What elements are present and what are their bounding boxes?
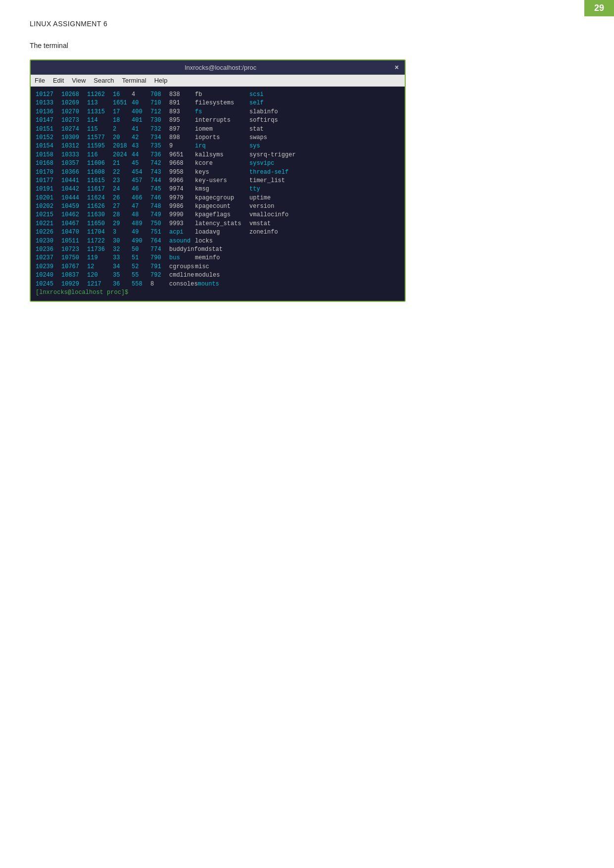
terminal-titlebar: lnxrocks@localhost:/proc × — [31, 60, 405, 75]
terminal-prompt: [lnxrocks@localhost proc]$ — [36, 289, 400, 297]
terminal-body: 101271026811262164708838fbscsi1013310269… — [31, 87, 405, 301]
menu-edit[interactable]: Edit — [53, 77, 64, 84]
terminal-close-button[interactable]: × — [395, 63, 399, 71]
table-row: 102011044411624264667469979kpagecgroupup… — [36, 194, 400, 202]
terminal-title: lnxrocks@localhost:/proc — [47, 64, 395, 71]
table-row: 102211046711650294897509993latency_stats… — [36, 220, 400, 228]
table-row: 1023910767123452791cgroupsmisc — [36, 263, 400, 271]
table-row: 10168103571160621457429668kcoresysvipc — [36, 159, 400, 168]
table-row: 101471027311418401730895interruptssoftir… — [36, 116, 400, 125]
table-row: 1015210309115772042734898ioportsswaps — [36, 134, 400, 142]
menu-search[interactable]: Search — [94, 77, 114, 84]
table-row: 1023610723117363250774buddyinfomdstat — [36, 245, 400, 254]
table-row: 10136102701131517400712893fsslabinfo — [36, 108, 400, 116]
table-row: 10237107501193351790busmeminfo — [36, 254, 400, 262]
menu-help[interactable]: Help — [154, 77, 168, 84]
table-row: 1015410312115952018437359irqsys — [36, 142, 400, 150]
table-row: 10240108371203555792cmdlinemodules — [36, 271, 400, 280]
menu-view[interactable]: View — [72, 77, 86, 84]
table-row: 101701036611608224547439958keysthread-se… — [36, 168, 400, 177]
table-row: 10215104621163028487499990kpageflagsvmal… — [36, 211, 400, 219]
section-title: The terminal — [30, 42, 584, 49]
table-row: 10202104591162627477489986kpagecountvers… — [36, 202, 400, 211]
table-row: 10230105111172230490764asoundlocks — [36, 237, 400, 245]
table-row: 101271026811262164708838fbscsi — [36, 91, 400, 99]
menu-file[interactable]: File — [35, 77, 45, 84]
table-row: 10245109291217365588consolesmounts — [36, 280, 400, 289]
table-row: 10158103331162024447369651kallsymssysrq-… — [36, 151, 400, 159]
table-row: 10191104421161724467459974kmsgtty — [36, 185, 400, 193]
page-number: 29 — [584, 0, 614, 16]
table-row: 1013310269113165140710891filesystemsself — [36, 99, 400, 107]
table-row: 1015110274115241732897iomemstat — [36, 125, 400, 134]
table-row: 102261047011704349751acpiloadavgzoneinfo — [36, 228, 400, 237]
menu-terminal[interactable]: Terminal — [122, 77, 146, 84]
terminal-window: lnxrocks@localhost:/proc × File Edit Vie… — [30, 59, 406, 302]
terminal-menubar: File Edit View Search Terminal Help — [31, 75, 405, 87]
table-row: 101771044111615234577449966key-userstime… — [36, 177, 400, 185]
page-title: LINUX ASSIGNMENT 6 — [30, 20, 584, 28]
